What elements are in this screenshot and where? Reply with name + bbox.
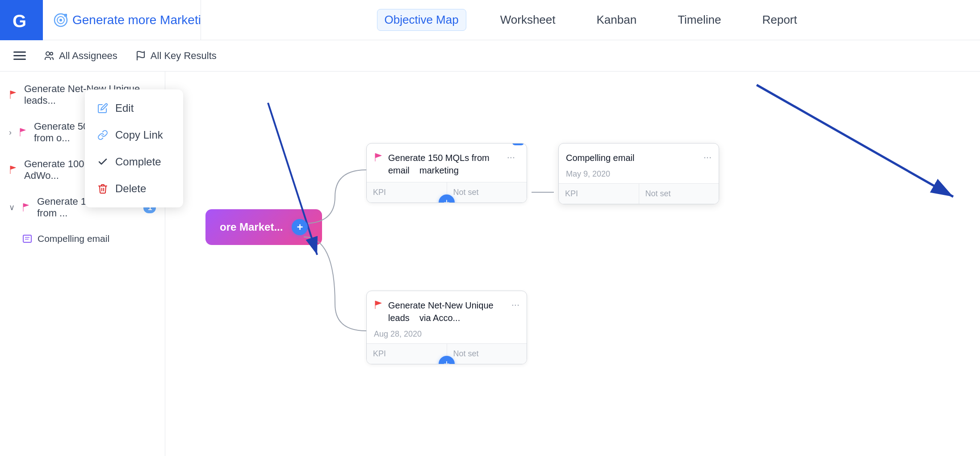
- assignees-icon: [44, 51, 54, 61]
- objective-title-area[interactable]: Generate more Marketing Qua...: [43, 13, 201, 27]
- main-card-label: ore Market...: [220, 221, 283, 233]
- card-flag-icon-2: [374, 300, 384, 310]
- flag-icon-3: [9, 165, 19, 175]
- flag-icon: [135, 51, 146, 61]
- nav-objective-map[interactable]: Objective Map: [377, 9, 466, 31]
- key-results-label: All Key Results: [151, 50, 217, 62]
- logo-box: G: [0, 0, 43, 40]
- objective-title-text: Generate more Marketing Qua...: [72, 13, 201, 27]
- context-edit-label: Edit: [115, 102, 134, 114]
- card-net-new-date: Aug 28, 2020: [367, 329, 527, 343]
- context-menu-edit[interactable]: Edit: [85, 95, 165, 122]
- svg-line-15: [757, 85, 953, 197]
- logo-area: G Generate more Marketing Qua...: [0, 0, 201, 40]
- canvas: ore Market... + Generate 150 MQLs fromem…: [165, 72, 980, 456]
- card-compelling-value: Not set: [639, 184, 719, 204]
- nav-worksheet[interactable]: Worksheet: [493, 9, 563, 30]
- card-compelling-footer: KPI Not set: [559, 183, 719, 204]
- context-delete-label: Delete: [115, 182, 146, 195]
- header: G Generate more Marketing Qua... Objecti…: [0, 0, 980, 40]
- objective-icon: [54, 13, 68, 27]
- chevron-right-icon-2: ›: [9, 128, 12, 137]
- card-compelling-more-button[interactable]: ···: [704, 152, 712, 163]
- flag-icon-2: [19, 127, 29, 137]
- card-net-new-title: Generate Net-New Uniqueleads via Acco...: [388, 299, 507, 324]
- toolbar: All Assignees All Key Results: [0, 40, 980, 72]
- card-flag-icon-1: [374, 152, 384, 162]
- edit-icon: [97, 103, 108, 114]
- svg-point-4: [59, 19, 62, 21]
- assignees-label: All Assignees: [59, 50, 117, 62]
- flag-icon-4: [22, 203, 32, 212]
- sidebar-child-label: Compelling email: [38, 233, 109, 244]
- sidebar: Generate Net-New Unique leads... › Gener…: [0, 72, 165, 456]
- context-menu-delete[interactable]: Delete: [85, 175, 165, 202]
- card-net-new-header: Generate Net-New Uniqueleads via Acco...…: [367, 291, 527, 329]
- app-logo-icon: G: [9, 8, 34, 33]
- card-150-header: Generate 150 MQLs fromemail marketing ··…: [367, 144, 527, 182]
- assignees-filter[interactable]: All Assignees: [44, 50, 117, 62]
- card-150-badge: 1: [512, 143, 524, 145]
- card-150-mqls: Generate 150 MQLs fromemail marketing ··…: [366, 143, 527, 203]
- card-compelling-email: Compelling email ··· May 9, 2020 KPI Not…: [558, 143, 719, 204]
- nav-timeline[interactable]: Timeline: [670, 9, 728, 30]
- card-net-new: Generate Net-New Uniqueleads via Acco...…: [366, 291, 527, 364]
- chevron-down-icon-4: ∨: [9, 203, 15, 212]
- card-net-new-value: Not set: [447, 344, 527, 364]
- card-net-new-more-button[interactable]: ···: [511, 299, 519, 311]
- context-complete-label: Complete: [115, 156, 161, 168]
- card-150-more-button[interactable]: ···: [507, 152, 515, 163]
- sidebar-item-compelling-email[interactable]: Compelling email: [0, 226, 165, 251]
- card-compelling-title: Compelling email: [566, 152, 699, 164]
- context-menu: Edit Copy Link Complete: [85, 89, 165, 207]
- card-150-value: Not set: [447, 182, 527, 203]
- link-icon: [97, 130, 108, 140]
- main-nav: Objective Map Worksheet Kanban Timeline …: [201, 9, 980, 31]
- context-menu-complete[interactable]: Complete: [85, 148, 165, 175]
- main-card-add-button[interactable]: +: [292, 219, 308, 235]
- main-layout: Generate Net-New Unique leads... › Gener…: [0, 72, 980, 456]
- context-menu-copy-link[interactable]: Copy Link: [85, 122, 165, 148]
- main-objective-card[interactable]: ore Market... +: [205, 209, 322, 245]
- key-results-filter[interactable]: All Key Results: [135, 50, 217, 62]
- context-copy-link-label: Copy Link: [115, 129, 163, 141]
- svg-text:G: G: [13, 11, 26, 31]
- flag-icon-1: [9, 90, 19, 100]
- nav-kanban[interactable]: Kanban: [589, 9, 644, 30]
- card-150-title: Generate 150 MQLs fromemail marketing: [388, 152, 503, 177]
- connectors-svg: [165, 72, 980, 456]
- arrow-left-svg: [179, 94, 348, 282]
- card-compelling-kpi: KPI: [559, 184, 639, 204]
- svg-point-7: [50, 52, 53, 55]
- svg-rect-9: [23, 235, 31, 242]
- card-compelling-header: Compelling email ···: [559, 144, 719, 169]
- card-net-new-kpi: KPI: [367, 344, 447, 364]
- trash-icon: [97, 183, 108, 194]
- nav-report[interactable]: Report: [755, 9, 804, 30]
- arrow-right-svg: [712, 72, 980, 250]
- hamburger-menu[interactable]: [13, 51, 26, 60]
- svg-point-6: [46, 52, 50, 55]
- card-compelling-date: May 9, 2020: [559, 169, 719, 183]
- check-icon: [97, 156, 108, 167]
- task-icon: [22, 234, 32, 244]
- card-150-kpi: KPI: [367, 182, 447, 203]
